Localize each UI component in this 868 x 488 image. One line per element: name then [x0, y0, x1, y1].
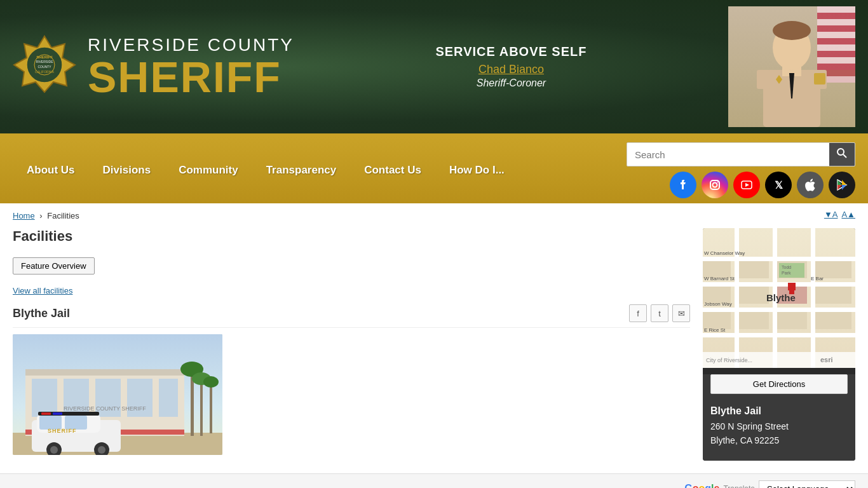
breadcrumb-current-page: Facilities	[47, 211, 79, 220]
share-twitter-button[interactable]: t	[651, 304, 668, 322]
svg-text:SHERIFF: SHERIFF	[48, 428, 77, 434]
facility-header-row: Blythe Jail f t ✉	[13, 304, 690, 328]
svg-rect-78	[777, 312, 807, 329]
x-twitter-icon[interactable]: 𝕏	[765, 172, 792, 198]
content-area: Facilities Feature Overview View all fac…	[13, 228, 690, 461]
svg-text:E Bar: E Bar	[811, 276, 824, 281]
svg-text:SHERIFF: SHERIFF	[36, 55, 53, 59]
svg-rect-43	[159, 379, 178, 417]
nav-item-divisions[interactable]: Divisions	[89, 146, 165, 194]
svg-point-59	[50, 446, 58, 454]
map-view: Todd Park W Chanselor Way W Barnard St E…	[703, 228, 855, 368]
nav-item-community[interactable]: Community	[165, 146, 252, 194]
svg-rect-72	[811, 228, 815, 368]
svg-text:Jobson Way: Jobson Way	[704, 301, 732, 307]
sidebar-address: 260 N Spring Street Blythe, CA 92225	[703, 419, 855, 456]
svg-line-25	[843, 154, 846, 158]
svg-rect-81	[815, 312, 851, 329]
svg-rect-44	[25, 369, 184, 376]
google-translate-widget: Google Translate Select Language	[684, 480, 855, 488]
feature-overview-button[interactable]: Feature Overview	[13, 257, 95, 274]
svg-rect-64	[53, 412, 62, 415]
navigation-bar: About Us Divisions Community Transparenc…	[0, 137, 868, 203]
search-bar	[627, 142, 855, 166]
translate-text: Translate	[723, 484, 755, 488]
svg-text:Blythe: Blythe	[766, 292, 796, 303]
svg-rect-80	[815, 287, 851, 304]
map-container: Todd Park W Chanselor Way W Barnard St E…	[703, 228, 855, 461]
svg-rect-74	[739, 287, 769, 304]
sidebar: Todd Park W Chanselor Way W Barnard St E…	[703, 228, 855, 461]
svg-text:E Rice St: E Rice St	[704, 327, 726, 333]
facebook-icon[interactable]	[670, 172, 696, 198]
nav-links: About Us Divisions Community Transparenc…	[0, 137, 614, 203]
svg-marker-35	[842, 185, 846, 190]
svg-text:Todd: Todd	[782, 265, 791, 269]
translate-bar: Google Translate Select Language	[0, 473, 868, 488]
svg-point-24	[837, 149, 844, 155]
svg-rect-68	[703, 308, 855, 312]
sheriff-label: SHERIFF	[88, 55, 294, 98]
youtube-logo	[740, 179, 753, 191]
svg-text:W Barnard St: W Barnard St	[704, 276, 735, 281]
svg-rect-69	[703, 333, 855, 337]
svg-rect-66	[703, 257, 855, 261]
youtube-icon[interactable]	[733, 172, 760, 198]
social-icons-row: 𝕏	[670, 172, 855, 198]
font-size-controls: ▼A A▲	[824, 210, 855, 219]
font-decrease-button[interactable]: ▼A	[824, 210, 838, 219]
share-facebook-button[interactable]: f	[629, 304, 647, 322]
share-icons: f t ✉	[629, 304, 690, 322]
svg-text:W Chanselor Way: W Chanselor Way	[704, 250, 745, 256]
google-play-icon[interactable]	[829, 172, 855, 198]
blythe-jail-image: RIVERSIDE COUNTY SHERIFF SHERIFF	[13, 334, 222, 455]
view-all-facilities-link[interactable]: View all facilities	[13, 286, 690, 295]
site-header: SHERIFF RIVERSIDE COUNTY CALIFORNIA RIVE…	[0, 0, 868, 133]
svg-rect-84	[703, 312, 731, 329]
sheriff-badge-icon: SHERIFF RIVERSIDE COUNTY CALIFORNIA	[13, 35, 76, 98]
flag-decoration	[817, 6, 855, 70]
svg-rect-51	[210, 385, 212, 433]
nav-item-transparency[interactable]: Transparency	[252, 146, 351, 194]
font-increase-button[interactable]: A▲	[841, 210, 855, 219]
svg-text:CALIFORNIA: CALIFORNIA	[35, 70, 55, 74]
svg-point-61	[98, 446, 105, 454]
nav-item-how-do-i[interactable]: How Do I...	[435, 146, 519, 194]
search-button[interactable]	[829, 143, 855, 166]
site-title: RIVERSIDE COUNTY SHERIFF	[88, 35, 294, 98]
sidebar-facility-name: Blythe Jail	[703, 400, 855, 419]
address-line1: 260 N Spring Street	[710, 421, 789, 431]
search-icon	[837, 148, 847, 158]
get-directions-button[interactable]: Get Directions	[710, 374, 848, 394]
breadcrumb-home-link[interactable]: Home	[13, 211, 35, 220]
instagram-icon[interactable]	[702, 172, 728, 198]
nav-item-about-us[interactable]: About Us	[13, 146, 89, 194]
nav-utilities: 𝕏	[614, 137, 868, 203]
svg-point-18	[773, 21, 811, 40]
apple-logo	[804, 179, 816, 191]
svg-rect-73	[739, 261, 769, 278]
nav-item-contact-us[interactable]: Contact Us	[350, 146, 435, 194]
svg-rect-67	[703, 282, 855, 287]
header-center: SERVICE ABOVE SELF Chad Bianco Sheriff-C…	[294, 44, 728, 89]
sheriff-name-link[interactable]: Chad Bianco	[320, 63, 703, 76]
google-logo-icon: Google	[684, 483, 719, 488]
share-email-button[interactable]: ✉	[672, 304, 690, 322]
language-select[interactable]: Select Language	[759, 480, 855, 488]
svg-rect-75	[739, 312, 769, 329]
sidebar-info-panel: Get Directions Blythe Jail 260 N Spring …	[703, 374, 855, 461]
breadcrumb-separator: ›	[39, 211, 42, 220]
svg-point-27	[713, 183, 717, 187]
map-svg: Todd Park W Chanselor Way W Barnard St E…	[703, 228, 855, 368]
facility-name: Blythe Jail	[13, 307, 70, 320]
svg-text:esri: esri	[820, 356, 833, 363]
svg-point-28	[717, 182, 719, 183]
sheriff-title-text: Sheriff-Coroner	[320, 78, 703, 89]
page-title: Facilities	[13, 228, 690, 247]
search-input[interactable]	[627, 144, 829, 165]
svg-rect-23	[814, 73, 825, 85]
svg-rect-70	[735, 228, 739, 368]
apple-icon[interactable]	[797, 172, 824, 198]
instagram-logo	[709, 179, 721, 191]
google-play-logo	[836, 179, 848, 191]
